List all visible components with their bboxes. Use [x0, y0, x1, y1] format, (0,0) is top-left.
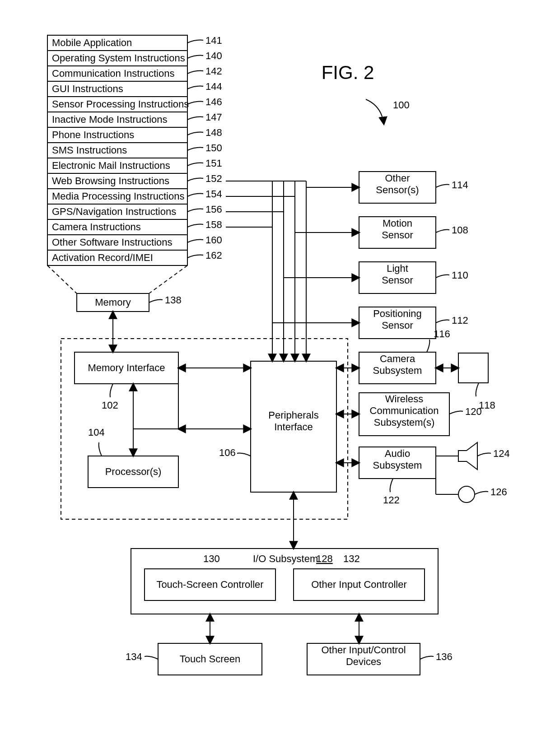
figure-ref: 100: [393, 99, 410, 111]
svg-text:Touch-Screen Controller: Touch-Screen Controller: [156, 579, 263, 590]
svg-text:124: 124: [493, 448, 510, 459]
memory-row-label: Other Software Instructions: [52, 237, 173, 248]
memory-row-label: GUI Instructions: [52, 83, 123, 94]
svg-text:MotionSensor: MotionSensor: [382, 218, 413, 241]
memory-label: Memory: [95, 297, 131, 308]
memory-row-label: Inactive Mode Instructions: [52, 114, 168, 125]
svg-text:156: 156: [205, 204, 222, 215]
svg-text:160: 160: [205, 234, 222, 246]
speaker-icon: [458, 442, 477, 470]
svg-text:141: 141: [205, 35, 222, 46]
svg-text:162: 162: [205, 250, 222, 261]
svg-text:108: 108: [452, 224, 468, 236]
svg-text:112: 112: [452, 315, 468, 326]
svg-text:152: 152: [205, 173, 222, 184]
svg-text:148: 148: [205, 127, 222, 138]
svg-text:140: 140: [205, 50, 222, 61]
svg-text:158: 158: [205, 219, 222, 230]
svg-text:136: 136: [436, 651, 453, 662]
svg-text:114: 114: [452, 179, 468, 191]
svg-text:PeripheralsInterface: PeripheralsInterface: [268, 409, 318, 433]
svg-text:Processor(s): Processor(s): [105, 466, 162, 477]
svg-line-31: [47, 265, 77, 293]
svg-text:Memory Interface: Memory Interface: [88, 362, 165, 373]
memory-row-label: Camera Instructions: [52, 221, 141, 233]
svg-text:134: 134: [126, 651, 142, 662]
svg-text:104: 104: [88, 427, 105, 438]
svg-text:130: 130: [203, 553, 220, 564]
svg-text:154: 154: [205, 188, 222, 200]
svg-text:147: 147: [205, 112, 222, 123]
svg-text:146: 146: [205, 96, 222, 107]
svg-text:CameraSubsystem: CameraSubsystem: [373, 353, 422, 376]
microphone-icon: [458, 486, 475, 502]
memory-instruction-table: Mobile Application Operating System Inst…: [47, 35, 189, 265]
memory-row-label: Electronic Mail Instructions: [52, 160, 170, 171]
memory-row-label: Phone Instructions: [52, 129, 134, 140]
svg-line-32: [149, 265, 187, 293]
svg-text:132: 132: [343, 553, 360, 564]
svg-text:Touch Screen: Touch Screen: [180, 653, 241, 665]
figure-title: FIG. 2: [322, 62, 374, 83]
memory-row-label: Sensor Processing Instructions: [52, 98, 189, 110]
memory-row-refs: 141 140 142 144 146 147 148 150 151 152 …: [187, 35, 222, 261]
memory-row-label: SMS Instructions: [52, 144, 127, 156]
svg-text:122: 122: [383, 494, 400, 506]
svg-text:126: 126: [490, 486, 507, 498]
memory-row-label: Communication Instructions: [52, 68, 174, 79]
svg-text:142: 142: [205, 65, 222, 77]
svg-text:106: 106: [219, 447, 236, 458]
svg-text:138: 138: [165, 294, 182, 306]
io-subsystem-label: I/O Subsystem: [253, 553, 318, 564]
io-subsystem-ref: 128: [316, 553, 333, 564]
figure-2-diagram: FIG. 2 100 Mobile Application Operating …: [0, 0, 560, 735]
svg-text:150: 150: [205, 142, 222, 154]
memory-row-label: Mobile Application: [52, 37, 132, 48]
svg-text:102: 102: [102, 400, 118, 411]
svg-text:120: 120: [465, 406, 482, 417]
memory-row-label: Operating System Instructions: [52, 52, 185, 64]
svg-text:110: 110: [452, 270, 468, 281]
svg-text:Other Input Controller: Other Input Controller: [311, 579, 407, 590]
camera-device-box: [458, 353, 488, 383]
svg-text:116: 116: [434, 328, 450, 340]
svg-text:144: 144: [205, 81, 222, 92]
memory-row-label: Activation Record/IMEI: [52, 252, 153, 263]
memory-row-label: Media Processing Instructions: [52, 191, 184, 202]
svg-text:151: 151: [205, 158, 222, 169]
memory-row-label: Web Browsing Instructions: [52, 175, 169, 186]
memory-row-label: GPS/Navigation Instructions: [52, 206, 176, 217]
